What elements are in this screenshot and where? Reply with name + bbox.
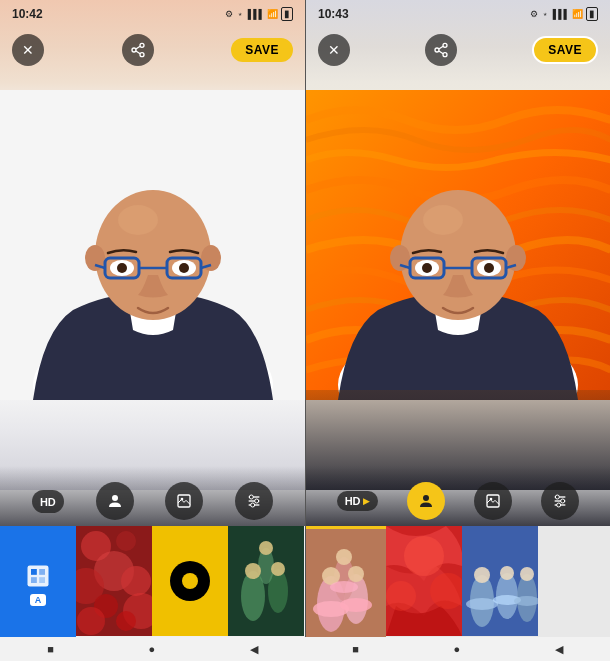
- right-person-icon: [417, 492, 435, 510]
- svg-point-80: [557, 503, 561, 507]
- dancers-blue-art: [462, 526, 538, 636]
- svg-point-3: [118, 205, 158, 235]
- left-person-button[interactable]: [96, 482, 134, 520]
- svg-point-2: [95, 190, 211, 320]
- left-hd-label: HD: [40, 496, 56, 508]
- svg-point-87: [348, 566, 364, 582]
- lensa-inner: [182, 573, 198, 589]
- svg-point-93: [404, 536, 444, 576]
- left-gallery-icon: [176, 493, 192, 509]
- svg-point-54: [400, 190, 516, 320]
- svg-point-68: [435, 48, 439, 52]
- svg-line-71: [439, 51, 443, 54]
- svg-point-78: [556, 495, 560, 499]
- left-wifi-icon: 📶: [267, 9, 278, 19]
- left-toolbar: ✕ SAVE: [0, 28, 305, 72]
- svg-point-36: [116, 531, 136, 551]
- svg-rect-29: [28, 566, 49, 587]
- svg-point-39: [121, 566, 151, 596]
- right-wifi-icon: 📶: [572, 9, 583, 19]
- runsam-tile: [228, 526, 304, 636]
- right-nav-back-icon[interactable]: ◀: [555, 643, 563, 656]
- svg-line-18: [135, 46, 139, 49]
- right-save-button[interactable]: SAVE: [532, 36, 598, 64]
- stones-thumb: [76, 526, 152, 636]
- svg-line-70: [439, 46, 443, 49]
- left-hd-button[interactable]: HD: [32, 490, 64, 513]
- left-close-button[interactable]: ✕: [12, 34, 44, 66]
- left-nav-bar: ■ ● ◀: [0, 637, 305, 661]
- right-gallery-icon: [485, 493, 501, 509]
- left-signal-icon: ▌▌▌: [248, 9, 264, 19]
- svg-point-94: [386, 581, 416, 611]
- right-close-icon: ✕: [328, 42, 340, 58]
- svg-point-17: [140, 53, 144, 57]
- dancers-blue-thumb: [462, 526, 538, 636]
- svg-point-50: [259, 541, 273, 555]
- right-settings-icon: ⚙: [530, 9, 538, 19]
- right-hd-label: HD: [345, 495, 361, 507]
- left-status-bar: 10:42 ⚙ ﹡ ▌▌▌ 📶 ▮: [0, 0, 305, 28]
- right-bottom-controls: HD ▶: [306, 476, 610, 526]
- candy-tile: [386, 526, 462, 636]
- left-gallery-button[interactable]: [165, 482, 203, 520]
- lensa-tile: [152, 526, 228, 636]
- left-status-icons: ⚙ ﹡ ▌▌▌ 📶 ▮: [225, 7, 293, 21]
- right-person-button[interactable]: [407, 482, 445, 520]
- right-status-bar: 10:43 ⚙ ﹡ ▌▌▌ 📶 ▮: [306, 0, 610, 28]
- left-nav-back-icon[interactable]: ◀: [250, 643, 258, 656]
- left-settings-icon: ⚙: [225, 9, 233, 19]
- svg-point-69: [443, 53, 447, 57]
- svg-point-66: [484, 263, 494, 273]
- phone-container: 10:42 ⚙ ﹡ ▌▌▌ 📶 ▮ ✕: [0, 0, 610, 661]
- left-nav-square-icon[interactable]: ■: [47, 643, 54, 655]
- svg-rect-31: [39, 569, 45, 575]
- stones-tile: [76, 526, 152, 636]
- svg-point-88: [336, 549, 352, 565]
- svg-point-67: [443, 43, 447, 47]
- library-icon: [24, 562, 52, 590]
- right-nav-bar: ■ ● ◀: [305, 637, 610, 661]
- dancers-pink-art: [306, 529, 386, 639]
- svg-point-65: [422, 263, 432, 273]
- right-nav-square-icon[interactable]: ■: [352, 643, 359, 655]
- left-save-button[interactable]: SAVE: [231, 38, 293, 62]
- svg-point-72: [423, 495, 429, 501]
- svg-point-28: [251, 503, 255, 507]
- right-sliders-button[interactable]: [541, 482, 579, 520]
- svg-point-103: [520, 567, 534, 581]
- left-person-icon: [106, 492, 124, 510]
- right-gallery-button[interactable]: [474, 482, 512, 520]
- share-icon-left: [130, 42, 146, 58]
- svg-point-48: [245, 563, 261, 579]
- left-time: 10:42: [12, 7, 43, 21]
- left-bt-icon: ﹡: [236, 8, 245, 21]
- left-battery-icon: ▮: [281, 7, 293, 21]
- right-signal-icon: ▌▌▌: [553, 9, 569, 19]
- svg-point-101: [474, 567, 490, 583]
- right-hd-button[interactable]: HD ▶: [337, 491, 378, 511]
- right-toolbar: ✕ SAVE: [306, 28, 610, 72]
- svg-point-42: [77, 607, 105, 635]
- svg-point-27: [255, 499, 259, 503]
- right-close-button[interactable]: ✕: [318, 34, 350, 66]
- right-portrait-area: [306, 90, 610, 400]
- left-portrait-area: [0, 90, 305, 400]
- right-share-button[interactable]: [425, 34, 457, 66]
- left-sliders-button[interactable]: [235, 482, 273, 520]
- left-bottom-controls: HD: [0, 476, 305, 526]
- share-icon-right: [433, 42, 449, 58]
- svg-point-14: [179, 263, 189, 273]
- right-nav-circle-icon[interactable]: ●: [454, 643, 461, 655]
- left-nav-circle-icon[interactable]: ●: [149, 643, 156, 655]
- stones-art: [76, 526, 152, 636]
- left-share-button[interactable]: [122, 34, 154, 66]
- left-sliders-icon: [246, 493, 262, 509]
- svg-rect-30: [31, 569, 37, 575]
- person-portrait-left: [23, 90, 283, 400]
- right-bt-icon: ﹡: [541, 8, 550, 21]
- svg-rect-32: [31, 577, 37, 583]
- svg-point-15: [140, 43, 144, 47]
- right-status-icons: ⚙ ﹡ ▌▌▌ 📶 ▮: [530, 7, 598, 21]
- dancers-blue-tile: [462, 526, 538, 636]
